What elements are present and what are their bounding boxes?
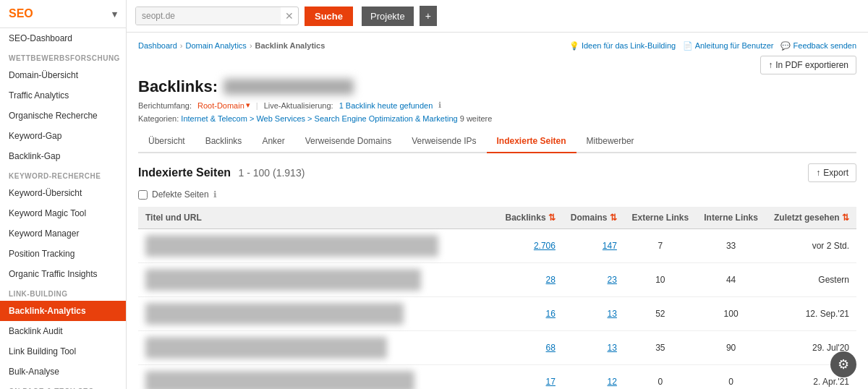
pdf-export-button[interactable]: ↑ In PDF exportieren: [760, 56, 856, 74]
divider: |: [256, 101, 258, 110]
backlinks-link-1[interactable]: 28: [546, 275, 556, 285]
sidebar-item-link-building-tool[interactable]: Link Building Tool: [0, 341, 126, 362]
cell-interne-3: 90: [697, 331, 766, 365]
topbar: ✕ Suche Projekte +: [127, 0, 868, 33]
cell-title-4: [138, 365, 498, 390]
cell-interne-0: 33: [697, 229, 766, 263]
export-button[interactable]: ↑ Export: [808, 163, 856, 182]
domains-link-4[interactable]: 12: [608, 377, 617, 387]
gear-icon: ⚙: [838, 356, 849, 372]
sidebar-item-position-tracking[interactable]: Position Tracking: [0, 244, 126, 264]
sidebar-section-linkbuilding: LINK-BUILDING Backlink-Analytics Backlin…: [0, 284, 126, 382]
add-project-button[interactable]: +: [420, 6, 437, 26]
cell-title-1: [138, 263, 498, 297]
tab-indexierte-seiten[interactable]: Indexierte Seiten: [487, 130, 576, 153]
tab-anker[interactable]: Anker: [252, 130, 294, 153]
sidebar-item-keyword-magic-tool[interactable]: Keyword Magic Tool: [0, 203, 126, 223]
search-box: ✕: [135, 7, 299, 25]
sidebar-item-keyword-manager[interactable]: Keyword Manager: [0, 223, 126, 244]
defekte-seiten-checkbox[interactable]: [138, 190, 148, 200]
subtitle-row: Berichtumfang: Root-Domain ▾ | Live-Aktu…: [138, 101, 856, 110]
breadcrumb-current: Backlink Analytics: [255, 41, 326, 50]
categories-row: Kategorien: Internet & Telecom > Web Ser…: [138, 114, 856, 123]
backlinks-link-3[interactable]: 68: [546, 343, 556, 353]
search-input[interactable]: [136, 7, 281, 25]
backlinks-link-2[interactable]: 16: [546, 309, 556, 319]
section-title-linkbuilding: LINK-BUILDING: [0, 284, 126, 301]
cell-backlinks-4: 17: [498, 365, 563, 390]
categories-label: Kategorien:: [138, 114, 181, 123]
col-zuletzt-gesehen[interactable]: Zuletzt gesehen ⇅: [765, 207, 856, 229]
col-domains[interactable]: Domains ⇅: [563, 207, 624, 229]
cell-externe-4: 0: [624, 365, 697, 390]
cell-backlinks-0: 2.706: [498, 229, 563, 263]
search-button[interactable]: Suche: [305, 7, 353, 26]
link-building-ideas-link[interactable]: 💡 Ideen für das Link-Building: [569, 41, 676, 51]
sidebar-item-organische-recherche[interactable]: Organische Recherche: [0, 106, 126, 126]
sidebar-section-wettbewerb: WETTBEWERBSFORSCHUNG Domain-Übersicht Tr…: [0, 48, 126, 166]
table-header-row: Titel und URL Backlinks ⇅ Domains ⇅ Exte…: [138, 207, 856, 229]
breadcrumb-sep-1: ›: [180, 41, 183, 50]
cell-backlinks-3: 68: [498, 331, 563, 365]
backlinks-link-4[interactable]: 17: [546, 377, 556, 387]
col-externe-links: Externe Links: [624, 207, 697, 229]
section-title-wettbewerb: WETTBEWERBSFORSCHUNG: [0, 48, 126, 65]
table-row: 28 23 10 44 Gestern: [138, 263, 856, 297]
cell-backlinks-2: 16: [498, 297, 563, 331]
cell-externe-2: 52: [624, 297, 697, 331]
cell-domains-4: 12: [563, 365, 624, 390]
domains-link-2[interactable]: 13: [608, 309, 617, 319]
dropdown-chevron-icon: ▾: [246, 101, 250, 110]
tab-verweisende-ips[interactable]: Verweisende IPs: [401, 130, 486, 153]
domains-link-3[interactable]: 13: [608, 343, 617, 353]
sidebar-item-traffic-analytics[interactable]: Traffic Analytics: [0, 85, 126, 106]
sidebar-item-domain-uebersicht[interactable]: Domain-Übersicht: [0, 65, 126, 85]
col-backlinks[interactable]: Backlinks ⇅: [498, 207, 563, 229]
sidebar-item-keyword-gap[interactable]: Keyword-Gap: [0, 126, 126, 146]
projekte-button[interactable]: Projekte: [362, 7, 414, 26]
gear-button[interactable]: ⚙: [830, 351, 856, 377]
sidebar-item-bulk-analyse[interactable]: Bulk-Analyse: [0, 362, 126, 382]
table-row: 68 13 35 90 29. Jul'20: [138, 331, 856, 365]
sidebar-item-backlink-analytics[interactable]: Backlink-Analytics: [0, 301, 126, 321]
sidebar-item-backlink-audit[interactable]: Backlink Audit: [0, 321, 126, 341]
cell-interne-4: 0: [697, 365, 766, 390]
berichtumfang-dropdown[interactable]: Root-Domain ▾: [197, 101, 250, 110]
cell-domains-3: 13: [563, 331, 624, 365]
main-area: ✕ Suche Projekte + Dashboard › Domain An…: [127, 0, 868, 389]
sidebar-item-seo-dashboard[interactable]: SEO-Dashboard: [0, 28, 126, 48]
sort-domains-icon: ⇅: [610, 213, 617, 223]
breadcrumb-domain-analytics[interactable]: Domain Analytics: [186, 41, 247, 50]
live-value-link[interactable]: 1 Backlink heute gefunden: [339, 101, 433, 110]
sidebar-item-organic-traffic-insights[interactable]: Organic Traffic Insights: [0, 264, 126, 284]
clear-search-button[interactable]: ✕: [281, 10, 298, 22]
export-icon: ↑: [816, 168, 820, 178]
sidebar: SEO ▾ SEO-Dashboard WETTBEWERBSFORSCHUNG…: [0, 0, 127, 389]
section-title: Indexierte Seiten 1 - 100 (1.913): [138, 166, 305, 179]
sidebar-item-backlink-gap[interactable]: Backlink-Gap: [0, 146, 126, 166]
feedback-link[interactable]: 💬 Feedback senden: [780, 41, 856, 51]
app-logo: SEO ▾: [0, 0, 126, 28]
section-title-keyword: KEYWORD-RECHERCHE: [0, 166, 126, 183]
domains-link-0[interactable]: 147: [603, 241, 617, 251]
cell-externe-1: 10: [624, 263, 697, 297]
domains-link-1[interactable]: 23: [608, 275, 617, 285]
berichtumfang-label: Berichtumfang:: [138, 101, 192, 110]
tab-backlinks[interactable]: Backlinks: [195, 130, 252, 153]
tab-mitbewerber[interactable]: Mitbewerber: [576, 130, 644, 153]
logo-text: SEO: [9, 7, 33, 20]
defekte-seiten-info-icon: ℹ: [213, 189, 217, 200]
tab-verweisende-domains[interactable]: Verweisende Domains: [295, 130, 401, 153]
cell-externe-0: 7: [624, 229, 697, 263]
categories-link[interactable]: Internet & Telecom > Web Services > Sear…: [181, 114, 457, 123]
page-title: Backlinks:: [138, 77, 856, 96]
sidebar-item-keyword-uebersicht[interactable]: Keyword-Übersicht: [0, 183, 126, 203]
breadcrumb-dashboard[interactable]: Dashboard: [138, 41, 177, 50]
domain-blurred: [224, 79, 354, 95]
section-header: Indexierte Seiten 1 - 100 (1.913) ↑ Expo…: [138, 163, 856, 182]
data-table: Titel und URL Backlinks ⇅ Domains ⇅ Exte…: [138, 207, 856, 389]
tab-uebersicht[interactable]: Übersicht: [138, 130, 195, 153]
user-guide-link[interactable]: 📄 Anleitung für Benutzer: [683, 41, 773, 51]
backlinks-link-0[interactable]: 2.706: [534, 241, 556, 251]
section-count: 1 - 100 (1.913): [239, 167, 305, 179]
